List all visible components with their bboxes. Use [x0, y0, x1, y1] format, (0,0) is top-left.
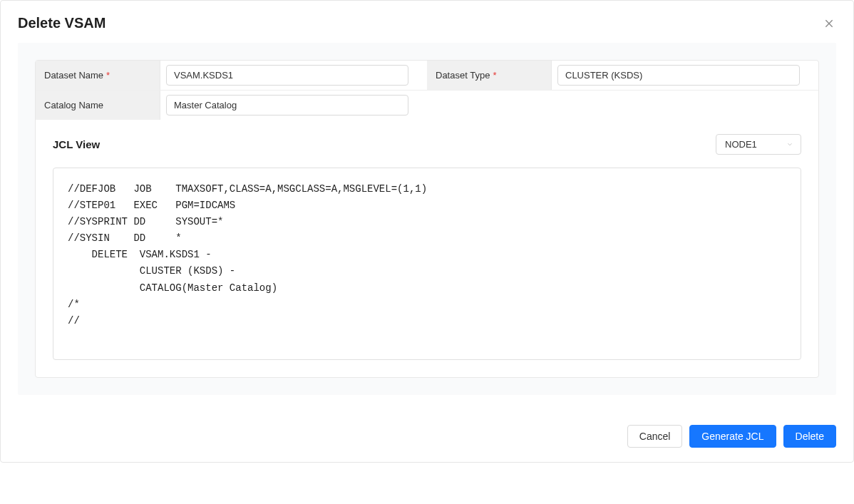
node-select-value: NODE1 [725, 139, 757, 150]
form-row-1: Dataset Name * Dataset Type * [36, 61, 818, 91]
dataset-type-label-text: Dataset Type [436, 70, 490, 81]
required-asterisk: * [493, 70, 496, 81]
dataset-name-label: Dataset Name * [36, 61, 160, 90]
dataset-name-cell [160, 61, 427, 90]
modal-body: Dataset Name * Dataset Type * [1, 43, 853, 412]
modal-title: Delete VSAM [18, 15, 106, 31]
modal-header: Delete VSAM [1, 1, 853, 43]
dataset-name-label-text: Dataset Name [44, 70, 103, 81]
delete-button[interactable]: Delete [783, 425, 836, 448]
catalog-name-input[interactable] [166, 95, 408, 115]
jcl-header: JCL View NODE1 [53, 134, 801, 155]
close-icon[interactable] [822, 16, 836, 31]
catalog-name-label: Catalog Name [36, 91, 160, 120]
jcl-section: JCL View NODE1 //DEFJOB JOB TMAXSOFT,CLA… [36, 120, 818, 377]
required-asterisk: * [106, 70, 110, 81]
delete-vsam-modal: Delete VSAM Dataset Name * Dataset [0, 0, 854, 463]
jcl-code-view[interactable]: //DEFJOB JOB TMAXSOFT,CLASS=A,MSGCLASS=A… [53, 168, 801, 360]
empty-cell [427, 91, 552, 120]
form-card: Dataset Name * Dataset Type * [35, 60, 819, 378]
dataset-type-input[interactable] [557, 65, 800, 86]
form-row-2: Catalog Name [36, 91, 818, 120]
dataset-type-label: Dataset Type * [427, 61, 552, 90]
catalog-name-cell [160, 91, 427, 120]
dataset-type-cell [552, 61, 818, 90]
catalog-name-label-text: Catalog Name [44, 100, 103, 110]
node-select[interactable]: NODE1 [716, 134, 801, 155]
cancel-button[interactable]: Cancel [627, 425, 683, 448]
jcl-view-title: JCL View [53, 138, 100, 150]
modal-footer: Cancel Generate JCL Delete [1, 412, 853, 462]
dataset-name-input[interactable] [166, 65, 408, 86]
chevron-down-icon [786, 139, 793, 150]
generate-jcl-button[interactable]: Generate JCL [689, 425, 776, 448]
form-panel: Dataset Name * Dataset Type * [18, 43, 836, 395]
empty-cell [552, 91, 818, 120]
